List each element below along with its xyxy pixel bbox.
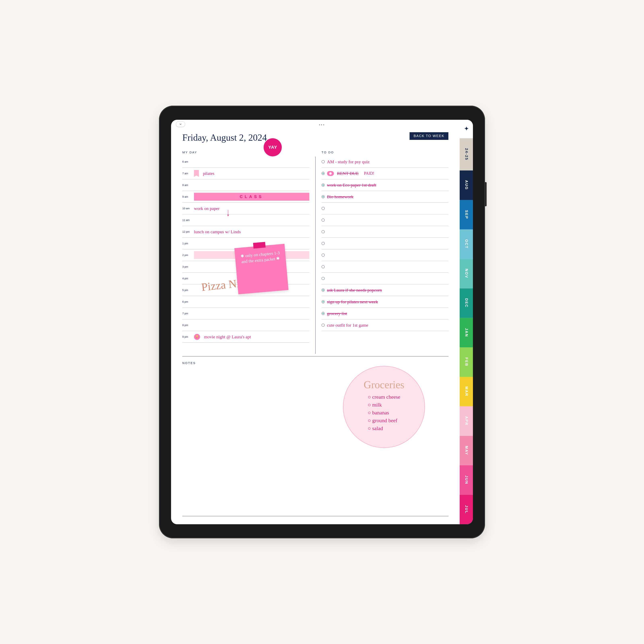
hour-row[interactable]: 9 amCLASS: [182, 191, 309, 203]
screen: ••• Friday, August 2, 2024 BACK TO WEEK …: [171, 120, 473, 524]
flag-icon: [194, 170, 199, 177]
todo-checkbox[interactable]: [322, 172, 325, 175]
hour-entry: pilates: [203, 171, 214, 176]
todo-list: AM - study for psy quizRENT DUEPAID!work…: [322, 156, 449, 331]
month-tab-aug[interactable]: AUG: [460, 170, 473, 200]
chevron-down-icon: [179, 123, 182, 126]
hour-label: 6 am: [182, 160, 191, 163]
hour-label: 8 pm: [182, 324, 191, 327]
hour-label: 4 pm: [182, 277, 191, 280]
todo-column: TO DO AM - study for psy quizRENT DUEPAI…: [322, 145, 449, 354]
todo-checkbox[interactable]: [322, 254, 325, 257]
hour-label: 8 am: [182, 184, 191, 187]
hour-label: 11 am: [182, 219, 191, 222]
toolbar-chevron[interactable]: [176, 121, 185, 127]
page-header: Friday, August 2, 2024 BACK TO WEEK: [182, 132, 448, 143]
todo-row[interactable]: cute outfit for 1st game: [322, 319, 449, 331]
grocery-item: ground beef: [368, 417, 400, 424]
todo-row[interactable]: Bio homework: [322, 191, 449, 203]
todo-checkbox[interactable]: [322, 230, 325, 233]
todo-row[interactable]: [322, 238, 449, 249]
todo-checkbox[interactable]: [322, 265, 325, 268]
month-tab-may[interactable]: MAY: [460, 436, 473, 465]
todo-checkbox[interactable]: [322, 184, 325, 187]
month-tab-jun[interactable]: JUN: [460, 465, 473, 495]
grocery-item: cream cheese: [368, 393, 400, 401]
todo-row[interactable]: [322, 226, 449, 238]
hour-row[interactable]: 8 am: [182, 179, 309, 191]
todo-text: cute outfit for 1st game: [327, 323, 368, 328]
hour-label: 6 pm: [182, 300, 191, 303]
todo-row[interactable]: AM - study for psy quiz: [322, 156, 449, 168]
hour-row[interactable]: 12 pmlunch on campus w/ Linds: [182, 226, 309, 238]
hour-row[interactable]: 10 amwork on paper: [182, 203, 309, 214]
todo-checkbox[interactable]: [322, 242, 325, 245]
my-day-column: MY DAY 6 am7 ampilates8 am9 amCLASS10 am…: [182, 145, 309, 354]
todo-row[interactable]: ask Laura if she needs popcorn: [322, 284, 449, 296]
todo-text: Bio homework: [327, 194, 353, 199]
hour-label: 5 pm: [182, 289, 191, 292]
hour-label: 9 am: [182, 195, 191, 198]
todo-row[interactable]: [322, 214, 449, 226]
month-tab-jul[interactable]: JUL: [460, 495, 473, 524]
sticky-note[interactable]: ✱ only on chapters 1-3 and the extra pac…: [234, 244, 288, 294]
month-tab-nov[interactable]: NOV: [460, 259, 473, 289]
hour-row[interactable]: 7 ampilates: [182, 168, 309, 179]
hour-row[interactable]: 7 pm: [182, 308, 309, 319]
hour-label: 1 pm: [182, 242, 191, 245]
month-tab-oct[interactable]: OCT: [460, 229, 473, 259]
month-tab-apr[interactable]: APR: [460, 406, 473, 436]
todo-checkbox[interactable]: [322, 300, 325, 303]
back-to-week-button[interactable]: BACK TO WEEK: [410, 132, 448, 140]
month-tab-jan[interactable]: JAN: [460, 318, 473, 348]
arrow-down-icon: ↓: [227, 206, 230, 218]
todo-checkbox[interactable]: [322, 312, 325, 315]
todo-checkbox[interactable]: [322, 195, 325, 198]
todo-row[interactable]: work on Eco paper 1st draft: [322, 179, 449, 191]
todo-row[interactable]: [322, 261, 449, 273]
month-tab-feb[interactable]: FEB: [460, 347, 473, 377]
month-tab-sep[interactable]: SEP: [460, 200, 473, 230]
month-tabs: ✦24-25AUGSEPOCTNOVDECJANFEBMARAPRMAYJUNJ…: [460, 120, 473, 524]
todo-text: ask Laura if she needs popcorn: [327, 288, 382, 293]
grocery-item: bananas: [368, 409, 400, 417]
planner-page: Friday, August 2, 2024 BACK TO WEEK YAY …: [171, 120, 460, 524]
hour-label: 10 am: [182, 207, 191, 210]
hour-label: 2 pm: [182, 254, 191, 257]
todo-row[interactable]: [322, 273, 449, 284]
todo-checkbox[interactable]: [322, 277, 325, 280]
hour-row[interactable]: 9 pm🍿movie night @ Laura's apt: [182, 331, 309, 343]
notes-heading: NOTES: [182, 356, 448, 365]
grocery-list: cream cheesemilkbananasground beefsalad: [368, 393, 400, 432]
todo-row[interactable]: RENT DUEPAID!: [322, 168, 449, 179]
notes-area[interactable]: Groceries cream cheesemilkbananasground …: [182, 365, 448, 516]
month-tab-24-25[interactable]: 24-25: [460, 138, 473, 170]
hour-label: 12 pm: [182, 230, 191, 233]
hour-row[interactable]: 8 pm: [182, 319, 309, 331]
month-tab-mar[interactable]: MAR: [460, 377, 473, 407]
todo-checkbox[interactable]: [322, 324, 325, 327]
hour-row[interactable]: 6 am: [182, 156, 309, 168]
todo-checkbox[interactable]: [322, 219, 325, 222]
todo-text: AM - study for psy quiz: [327, 159, 370, 164]
hour-label: 7 pm: [182, 312, 191, 315]
todo-text: work on Eco paper 1st draft: [327, 183, 376, 188]
todo-row[interactable]: sign up for pilates next week: [322, 296, 449, 308]
todo-checkbox[interactable]: [322, 289, 325, 292]
month-tab-dec[interactable]: DEC: [460, 288, 473, 318]
hour-row[interactable]: 6 pm: [182, 296, 309, 308]
eye-icon: [327, 171, 334, 176]
todo-row[interactable]: [322, 249, 449, 261]
todo-heading: TO DO: [322, 151, 449, 154]
todo-checkbox[interactable]: [322, 160, 325, 163]
grocery-item: milk: [368, 401, 400, 409]
popcorn-icon: 🍿: [194, 334, 200, 340]
logo-tab[interactable]: ✦: [460, 120, 473, 138]
todo-checkbox[interactable]: [322, 207, 325, 210]
drag-handle-icon[interactable]: •••: [319, 123, 325, 127]
todo-text: RENT DUE: [337, 171, 359, 176]
todo-row[interactable]: grocery list: [322, 308, 449, 319]
hour-row[interactable]: 11 am: [182, 214, 309, 226]
todo-row[interactable]: [322, 203, 449, 214]
two-column-layout: MY DAY 6 am7 ampilates8 am9 amCLASS10 am…: [182, 145, 448, 354]
